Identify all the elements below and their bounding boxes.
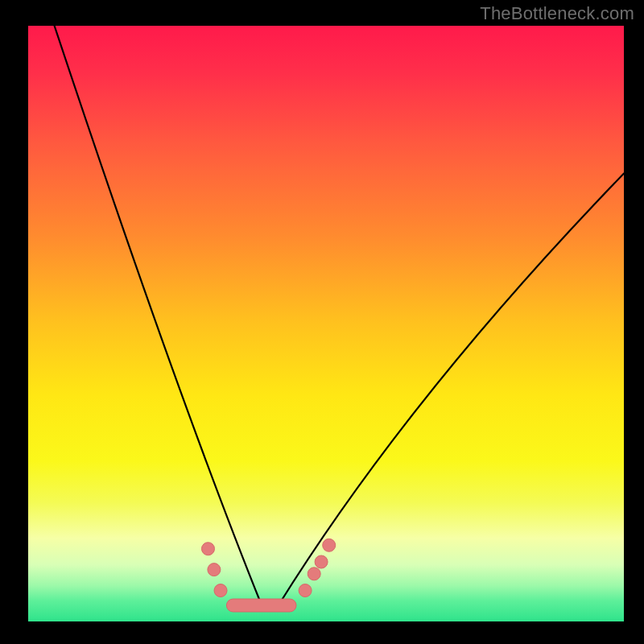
sample-marker [201, 543, 214, 555]
optimal-range-bar [226, 599, 296, 612]
plot-svg [28, 26, 624, 621]
sample-marker [208, 564, 221, 576]
sample-marker [323, 539, 336, 551]
sample-marker [308, 568, 320, 580]
sample-marker [315, 555, 328, 568]
sample-marker [214, 584, 227, 597]
sample-marker [299, 584, 312, 597]
chart-frame: TheBottleneck.com [0, 0, 644, 644]
watermark-text: TheBottleneck.com [480, 3, 634, 24]
plot-area [28, 26, 624, 621]
